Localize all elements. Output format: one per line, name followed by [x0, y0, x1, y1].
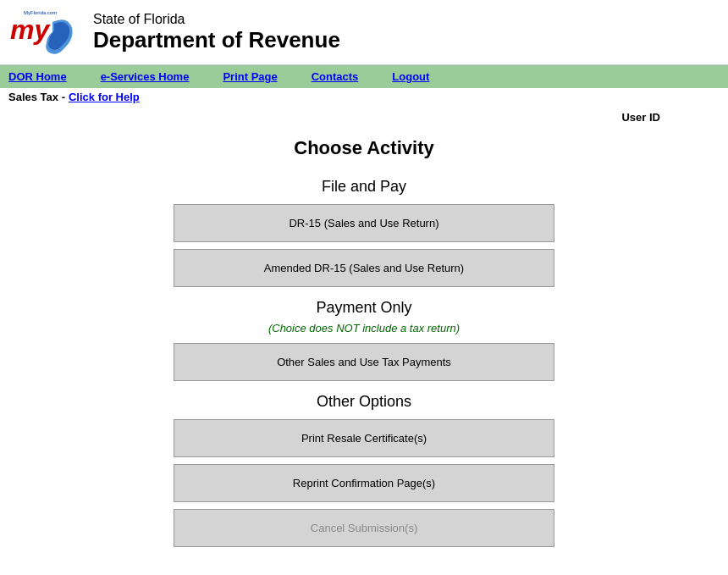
nav-contacts[interactable]: Contacts [295, 69, 376, 85]
page-header: MyFlorida.com my State of Florida Depart… [0, 0, 728, 65]
userid-row: User ID [0, 106, 728, 129]
nav-print-page[interactable]: Print Page [206, 69, 294, 85]
reprint-confirmation-button[interactable]: Reprint Confirmation Page(s) [174, 464, 554, 502]
section-title-other-options: Other Options [317, 393, 411, 411]
nav-dor-home[interactable]: DOR Home [8, 69, 84, 85]
cancel-submission-btn-row: Cancel Submission(s) [174, 509, 554, 547]
reprint-confirmation-btn-row: Reprint Confirmation Page(s) [174, 464, 554, 502]
print-resale-btn-row: Print Resale Certificate(s) [174, 419, 554, 457]
cancel-submission-button[interactable]: Cancel Submission(s) [174, 509, 554, 547]
dept-name: Department of Revenue [93, 27, 340, 53]
click-for-help-link[interactable]: Click for Help [69, 91, 140, 103]
navbar: DOR Home e-Services Home Print Page Cont… [0, 65, 728, 88]
section-title-file-and-pay: File and Pay [322, 178, 406, 196]
dr15-btn-row: DR-15 (Sales and Use Return) [174, 204, 554, 242]
department-title: State of Florida Department of Revenue [93, 12, 340, 53]
nav-eservices-home[interactable]: e-Services Home [84, 69, 207, 85]
amended-dr15-button[interactable]: Amended DR-15 (Sales and Use Return) [174, 249, 554, 287]
payment-only-note: (Choice does NOT include a tax return) [268, 322, 460, 334]
print-resale-button[interactable]: Print Resale Certificate(s) [174, 419, 554, 457]
state-name: State of Florida [93, 12, 340, 27]
tax-label: Sales Tax - [8, 91, 65, 103]
dr15-button[interactable]: DR-15 (Sales and Use Return) [174, 204, 554, 242]
subnav: Sales Tax - Click for Help [0, 88, 728, 106]
svg-text:my: my [10, 14, 51, 45]
other-sales-button[interactable]: Other Sales and Use Tax Payments [174, 343, 554, 381]
section-title-payment-only: Payment Only [316, 299, 411, 317]
logo-area: MyFlorida.com my State of Florida Depart… [8, 7, 340, 58]
other-sales-btn-row: Other Sales and Use Tax Payments [174, 343, 554, 381]
page-title: Choose Activity [294, 137, 433, 159]
amended-dr15-btn-row: Amended DR-15 (Sales and Use Return) [174, 249, 554, 287]
main-content: Choose Activity File and Pay DR-15 (Sale… [0, 129, 728, 562]
florida-logo: MyFlorida.com my [8, 7, 85, 58]
nav-logout[interactable]: Logout [375, 69, 446, 85]
userid-label: User ID [621, 111, 660, 124]
